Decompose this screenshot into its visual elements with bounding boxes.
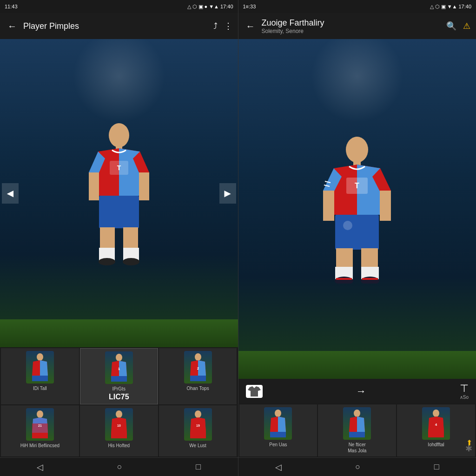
- nav-home-right[interactable]: ○: [346, 459, 370, 475]
- svg-rect-51: [349, 432, 365, 437]
- svg-text:4: 4: [435, 423, 437, 427]
- thumb-player-r3: 4: [422, 407, 450, 440]
- thumb-label-r2: Ne fticerMas Jola: [348, 442, 366, 454]
- thumb-player-r1: [264, 407, 292, 440]
- thumb-player-6: 19: [184, 408, 212, 441]
- list-item[interactable]: 10 His Hofted: [80, 405, 158, 456]
- thumb-label-1: IDi Tall: [33, 385, 47, 391]
- svg-point-15: [116, 354, 122, 361]
- nav-bar-left: ◁ ○ □: [0, 457, 238, 476]
- svg-rect-19: [190, 376, 206, 381]
- screen-left: ← Player Pimples ⤴ ⋮ ◄: [0, 13, 238, 457]
- nav-arrow-left[interactable]: ◄: [2, 183, 19, 204]
- title-block-right: Zuoige Farthaliry Solemity, Senore: [262, 18, 442, 34]
- thumb-label-r1: Pen Uas: [269, 442, 287, 448]
- page-subtitle-right: Solemity, Senore: [262, 28, 442, 34]
- status-bar-left: 11:43 △ ⬡ ▣ ● ▼▲ 17:40: [0, 0, 238, 13]
- asterisk-icon: ✱: [465, 443, 472, 454]
- back-button-left[interactable]: ←: [6, 19, 19, 33]
- status-icons-right: △ ⬡ ▣ ▼▲ 17:40: [430, 4, 471, 10]
- measure-label: ∧So: [460, 395, 469, 400]
- svg-point-0: [109, 123, 129, 147]
- list-item[interactable]: Ne fticerMas Jola: [318, 404, 396, 456]
- player-area-right: T: [238, 39, 476, 379]
- measure-icon: ⊤: [460, 383, 469, 395]
- list-item[interactable]: IDi Tall: [1, 348, 79, 404]
- top-bar-actions-right: 🔍 ⚠: [446, 21, 470, 31]
- status-bar-right: 1≡:33 △ ⬡ ▣ ▼▲ 17:40: [238, 0, 476, 13]
- nav-home-left[interactable]: ○: [108, 459, 132, 475]
- warning-icon[interactable]: ⚠: [463, 21, 470, 31]
- status-time-left: 11:43: [5, 4, 18, 9]
- arrow-button[interactable]: →: [356, 385, 366, 397]
- svg-point-10: [123, 258, 139, 265]
- svg-rect-14: [32, 376, 48, 381]
- top-bar-left: ← Player Pimples ⤴ ⋮: [0, 13, 238, 39]
- back-button-right[interactable]: ←: [244, 19, 257, 33]
- thumb-label-3: Ohan Tops: [186, 385, 209, 391]
- thumb-grid-left: IDi Tall 1 IPrGts LIC75: [0, 347, 238, 457]
- nav-recent-left[interactable]: □: [186, 459, 210, 475]
- shirt-button[interactable]: [246, 385, 263, 398]
- screen-right: ← Zuoige Farthaliry Solemity, Senore 🔍 ⚠: [238, 13, 476, 457]
- bottom-panel-right: Pen Uas Ne fticerMas Jola: [238, 403, 476, 457]
- svg-point-24: [116, 410, 122, 418]
- search-icon[interactable]: 🔍: [446, 21, 456, 31]
- svg-rect-11: [89, 172, 99, 200]
- nav-back-left[interactable]: ◁: [27, 459, 53, 475]
- svg-rect-44: [336, 278, 352, 280]
- list-item[interactable]: Pen Uas: [239, 404, 317, 456]
- arrow-icon: →: [356, 385, 366, 397]
- list-item[interactable]: 2 Ohan Tops: [159, 348, 237, 404]
- spotlight-left: [73, 39, 165, 123]
- list-item[interactable]: 19 We Lust: [159, 405, 237, 456]
- thumb-player-1: [26, 351, 54, 383]
- svg-rect-53: [428, 432, 444, 437]
- svg-rect-36: [335, 215, 379, 250]
- bottom-panel-left: IDi Tall 1 IPrGts LIC75: [0, 347, 238, 457]
- svg-rect-49: [270, 432, 286, 437]
- svg-rect-47: [380, 191, 391, 221]
- list-item[interactable]: 1 IPrGts LIC75: [80, 348, 158, 404]
- svg-point-21: [37, 410, 43, 418]
- player-figure-left: T: [79, 121, 159, 265]
- spotlight-right: [311, 39, 403, 123]
- thumb-player-3: 2: [184, 351, 212, 383]
- svg-rect-46: [323, 191, 334, 221]
- svg-point-50: [354, 410, 360, 417]
- svg-rect-4: [99, 196, 139, 228]
- svg-point-18: [195, 353, 201, 361]
- svg-text:2: 2: [197, 366, 199, 370]
- svg-point-30: [346, 137, 368, 163]
- svg-point-13: [37, 353, 43, 361]
- status-time-right: 1≡:33: [243, 4, 256, 9]
- list-item[interactable]: 21 HiH Miri Beflincsed: [1, 405, 79, 456]
- thumb-player-4: 21: [26, 408, 54, 441]
- nav-recent-right[interactable]: □: [425, 459, 449, 475]
- thumb-player-2: 1: [105, 351, 133, 384]
- thumb-player-5: 10: [105, 408, 133, 441]
- thumb-grid-right: Pen Uas Ne fticerMas Jola: [238, 403, 476, 457]
- measure-button[interactable]: ⊤ ∧So: [460, 383, 469, 400]
- thumb-player-r2: [343, 407, 371, 440]
- nav-arrow-right[interactable]: ►: [219, 183, 236, 204]
- svg-point-37: [343, 221, 352, 230]
- svg-text:19: 19: [196, 424, 200, 427]
- svg-text:T: T: [117, 164, 121, 172]
- svg-rect-45: [362, 278, 378, 280]
- thumb-label-r3: Iohdfftal: [428, 442, 444, 448]
- top-bar-right: ← Zuoige Farthaliry Solemity, Senore 🔍 ⚠: [238, 13, 476, 39]
- svg-rect-6: [123, 227, 138, 251]
- more-icon[interactable]: ⋮: [224, 21, 232, 31]
- share-icon[interactable]: ⤴: [213, 21, 218, 31]
- svg-point-9: [99, 258, 115, 265]
- svg-text:21: 21: [38, 424, 42, 427]
- nav-back-right[interactable]: ◁: [266, 459, 291, 475]
- svg-text:10: 10: [117, 424, 121, 427]
- nav-bar-right: ◁ ○ □: [238, 457, 476, 476]
- dual-nav-bar: ◁ ○ □ ◁ ○ □: [0, 457, 476, 476]
- svg-point-27: [195, 410, 201, 418]
- svg-rect-25: [111, 433, 127, 438]
- svg-rect-22: [32, 433, 48, 438]
- list-item[interactable]: 4 Iohdfftal ⬆: [397, 404, 475, 456]
